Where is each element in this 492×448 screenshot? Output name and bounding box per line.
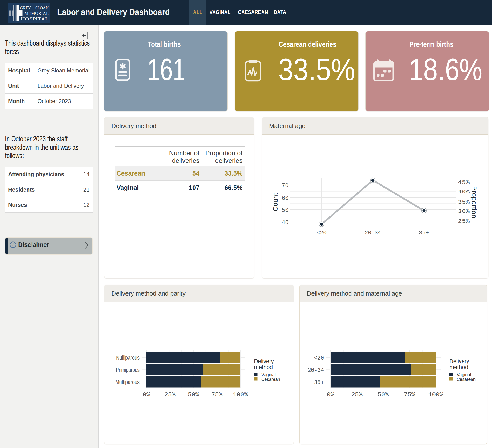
svg-text:40: 40 (282, 219, 289, 226)
svg-text:0%: 0% (143, 391, 150, 398)
svg-text:method: method (449, 364, 468, 370)
svg-text:70: 70 (282, 182, 289, 189)
svg-text:Primiparous: Primiparous (116, 367, 140, 373)
svg-text:method: method (254, 364, 273, 370)
svg-text:25%: 25% (351, 391, 362, 398)
svg-text:<20: <20 (317, 230, 327, 236)
svg-text:50%: 50% (378, 391, 389, 398)
svg-text:100%: 100% (429, 391, 443, 398)
svg-text:i: i (12, 242, 13, 247)
svg-text:50: 50 (282, 207, 289, 213)
svg-text:20-34: 20-34 (308, 367, 324, 373)
svg-text:25%: 25% (458, 218, 470, 224)
svg-text:50%: 50% (188, 391, 199, 398)
svg-text:35%: 35% (458, 199, 470, 205)
svg-text:75%: 75% (404, 391, 415, 398)
svg-text:Cesarean: Cesarean (261, 377, 280, 382)
svg-text:Proportion: Proportion (471, 186, 478, 218)
svg-text:Cesarean: Cesarean (457, 377, 475, 382)
svg-text:35+: 35+ (314, 379, 324, 386)
svg-text:Multiparous: Multiparous (115, 379, 140, 385)
svg-text:<20: <20 (314, 355, 324, 361)
svg-text:20-34: 20-34 (365, 230, 381, 236)
svg-text:60: 60 (282, 195, 289, 201)
svg-text:25%: 25% (164, 391, 176, 398)
svg-text:Nulliparous: Nulliparous (116, 355, 140, 361)
svg-text:0%: 0% (327, 391, 335, 398)
svg-text:35+: 35+ (419, 230, 429, 236)
svg-text:30%: 30% (458, 208, 470, 215)
svg-text:Count: Count (272, 193, 279, 211)
svg-text:45%: 45% (458, 179, 470, 186)
svg-text:100%: 100% (233, 391, 248, 398)
svg-text:40%: 40% (458, 189, 470, 195)
svg-text:75%: 75% (211, 391, 223, 398)
